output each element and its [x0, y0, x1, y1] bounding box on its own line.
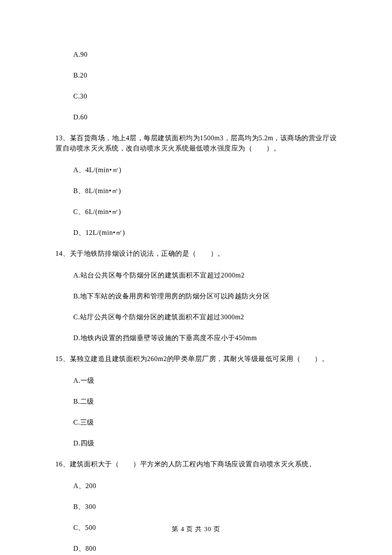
option-b: B、8L/(min•㎡)	[73, 186, 337, 196]
option-d: D、800	[73, 543, 337, 554]
option-b: B.二级	[73, 396, 337, 407]
option-c: C.站厅公共区每个防烟分区的建筑面积不宜超过3000m2	[73, 312, 337, 322]
page-footer: 第 4 页 共 30 页	[0, 524, 392, 534]
option-c: C、6L/(min•㎡)	[73, 207, 337, 217]
page-content: A.90 B.20 C.30 D.60 13、某百货商场，地上4层，每层建筑面积…	[0, 0, 392, 554]
option-d: D.地铁内设置的挡烟垂壁等设施的下垂高度不应小于450mm	[73, 333, 337, 343]
option-d: D、12L/(min•㎡)	[73, 228, 337, 238]
option-a: A、200	[73, 481, 337, 491]
option-d: D.60	[73, 112, 337, 122]
option-a: A.站台公共区每个防烟分区的建筑面积不宜超过2000m2	[73, 270, 337, 280]
option-c: C.三级	[73, 417, 337, 428]
option-a: A.90	[73, 49, 337, 60]
option-b: B.地下车站的设备用房和管理用房的防烟分区可以跨越防火分区	[73, 291, 337, 301]
question-14: 14、关于地铁防排烟设计的说法，正确的是（ ）。	[55, 249, 337, 259]
question-15: 15、某独立建造且建筑面积为260m2的甲类单层厂房，其耐火等级最低可采用（ ）…	[55, 354, 337, 364]
option-d: D.四级	[73, 438, 337, 448]
option-a: A、4L/(min•㎡)	[73, 165, 337, 175]
option-b: B、300	[73, 502, 337, 512]
option-c: C.30	[73, 91, 337, 101]
option-a: A.一级	[73, 376, 337, 386]
question-13: 13、某百货商场，地上4层，每层建筑面积均为1500m3，层高均为5.2m，该商…	[55, 133, 337, 153]
question-16: 16、建筑面积大于（ ）平方米的人防工程内地下商场应设置自动喷水灭火系统。	[55, 459, 337, 469]
option-b: B.20	[73, 70, 337, 81]
